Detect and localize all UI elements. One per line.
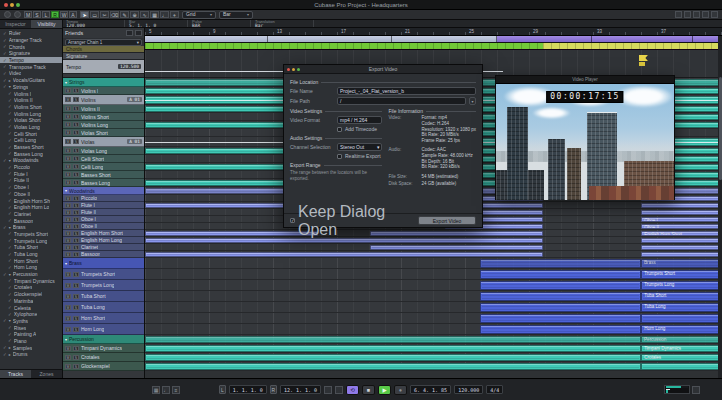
track-header-strings[interactable]: ▾Strings [63, 78, 144, 87]
track-header-violins-ii[interactable]: MSViolins II [63, 105, 144, 113]
track-lane-bassoon[interactable] [145, 251, 722, 258]
check-icon[interactable]: ✓ [3, 58, 7, 63]
visibility-item-tempo[interactable]: ✓Tempo [0, 57, 62, 64]
mute-button[interactable]: M [65, 224, 71, 229]
check-icon[interactable]: ✓ [8, 211, 12, 216]
midi-event[interactable] [641, 238, 722, 243]
check-icon[interactable]: ✓ [8, 138, 12, 143]
workspace-button[interactable] [675, 11, 682, 18]
check-icon[interactable]: ✓ [8, 191, 12, 196]
export-video-button[interactable]: Export Video [418, 216, 476, 225]
midi-event[interactable] [145, 345, 641, 352]
midi-event[interactable]: Timpani Dynamics [641, 345, 722, 352]
check-icon[interactable]: ✓ [8, 338, 12, 343]
play-button[interactable]: ▶ [378, 385, 391, 395]
track-header-woodwinds[interactable]: ▾Woodwinds [63, 187, 144, 195]
track-header-brass[interactable]: ▾Brass [63, 258, 144, 269]
midi-event[interactable] [480, 314, 642, 323]
track-header-tuba-short[interactable]: MSTuba Short [63, 291, 144, 302]
tab-tracks[interactable]: Tracks [0, 370, 31, 378]
check-icon[interactable]: ✓ [3, 64, 7, 69]
check-icon[interactable]: ✓ [8, 252, 12, 257]
check-icon[interactable]: ✓ [3, 78, 7, 83]
channel-selection-select[interactable]: Stereo Out▾ [337, 143, 382, 151]
midi-event[interactable]: Trumpets Short [641, 270, 722, 279]
visibility-item-celli-short[interactable]: ✓Celli Short [0, 130, 62, 137]
check-icon[interactable]: ✓ [8, 238, 12, 243]
solo-button[interactable]: S [73, 148, 79, 153]
solo-button[interactable]: S [73, 164, 79, 169]
check-icon[interactable]: ✓ [8, 325, 12, 330]
track-header-horn-long[interactable]: MSHorn Long [63, 324, 144, 335]
solo-button[interactable]: S [73, 180, 79, 185]
check-icon[interactable]: ✓ [8, 218, 12, 223]
speaker-icon[interactable] [692, 386, 700, 394]
visibility-item-signature[interactable]: ✓Signature [0, 50, 62, 57]
chevron-right-icon[interactable]: ▸ [9, 345, 11, 350]
track-header-timpani-dynamics[interactable]: MSTimpani Dynamics [63, 344, 144, 353]
midi-event[interactable] [641, 252, 722, 257]
chevron-down-icon[interactable]: ▾ [9, 225, 11, 230]
midi-event[interactable] [641, 245, 722, 250]
visibility-item-percussion[interactable]: ✓▾Percussion [0, 271, 62, 278]
solo-button[interactable]: S [73, 305, 79, 310]
mute-button[interactable]: M [65, 294, 71, 299]
check-icon[interactable]: ✓ [8, 198, 12, 203]
mute-button[interactable]: M [65, 196, 71, 201]
right-locator-value[interactable]: 12. 1. 1. 0 [280, 385, 321, 394]
tool-button[interactable]: ⌖ [170, 11, 179, 18]
midi-event[interactable]: English Horn Short [641, 231, 722, 236]
quantize-select[interactable]: Bar▾ [219, 11, 253, 19]
check-icon[interactable]: ✓ [8, 298, 12, 303]
timeline-ruler[interactable]: 5913172125293337 [145, 28, 722, 36]
solo-button[interactable]: S [73, 122, 79, 127]
check-icon[interactable]: ✓ [8, 165, 12, 170]
visibility-item-chords[interactable]: ✓Chords [0, 43, 62, 50]
track-header-glockenspiel[interactable]: MSGlockenspiel [63, 362, 144, 371]
chevron-right-icon[interactable]: ▸ [9, 352, 11, 357]
toolbar-letter-a[interactable]: A [69, 11, 77, 18]
check-icon[interactable]: ✓ [3, 352, 7, 357]
track-header-violins-long[interactable]: MSViolins Long [63, 121, 144, 129]
solo-button[interactable]: S [73, 364, 79, 369]
solo-button[interactable]: S [73, 210, 79, 215]
track-lane-glockenspiel[interactable] [145, 362, 722, 371]
mute-button[interactable]: M [65, 327, 71, 332]
visibility-item-trumpets-long[interactable]: ✓Trumpets Long [0, 237, 62, 244]
activate-project-button[interactable] [4, 11, 11, 18]
track-header-crotales[interactable]: MSCrotales [63, 353, 144, 362]
check-icon[interactable]: ✓ [8, 98, 12, 103]
punch-out-button[interactable] [335, 386, 343, 394]
track-header-basses-long[interactable]: MSBasses Long [63, 179, 144, 187]
check-icon[interactable]: ✓ [3, 44, 7, 49]
midi-event[interactable] [145, 336, 641, 343]
visibility-item-woodwinds[interactable]: ✓▾Woodwinds [0, 157, 62, 164]
toolbar-letter-m[interactable]: M [24, 11, 32, 18]
arranger-section[interactable] [268, 36, 392, 42]
mute-button[interactable]: M [65, 210, 71, 215]
chevron-down-icon[interactable]: ▾ [9, 272, 11, 277]
visibility-item-vocals-guitars[interactable]: ✓▸Vocals/Guitars [0, 77, 62, 84]
visibility-item-violas-short[interactable]: ✓Violas Short [0, 117, 62, 124]
mute-button[interactable]: M [65, 122, 71, 127]
visibility-item-ruler[interactable]: ✓Ruler [0, 30, 62, 37]
visibility-item-flute-ii[interactable]: ✓Flute II [0, 177, 62, 184]
visibility-item-transpose-track[interactable]: ✓Transpose Track [0, 63, 62, 70]
solo-button[interactable]: S [73, 327, 79, 332]
check-icon[interactable]: ✓ [8, 185, 12, 190]
visibility-item-english-horn-lo[interactable]: ✓English Horn Lo [0, 204, 62, 211]
midi-event[interactable] [480, 259, 642, 268]
tool-button[interactable]: ✂ [100, 11, 109, 18]
mute-button[interactable]: M [65, 305, 71, 310]
midi-event[interactable] [145, 363, 641, 370]
solo-button[interactable]: S [73, 346, 79, 351]
check-icon[interactable]: ✓ [3, 272, 7, 277]
setup-toolbar-button[interactable] [14, 11, 21, 18]
check-icon[interactable]: ✓ [8, 131, 12, 136]
track-header-flute-i[interactable]: MSFlute I [63, 202, 144, 209]
track-lane-clarinet[interactable] [145, 244, 722, 251]
check-icon[interactable]: ✓ [3, 38, 7, 43]
check-icon[interactable]: ✓ [8, 91, 12, 96]
arranger-section[interactable] [592, 36, 693, 42]
solo-button[interactable]: S [73, 97, 79, 102]
